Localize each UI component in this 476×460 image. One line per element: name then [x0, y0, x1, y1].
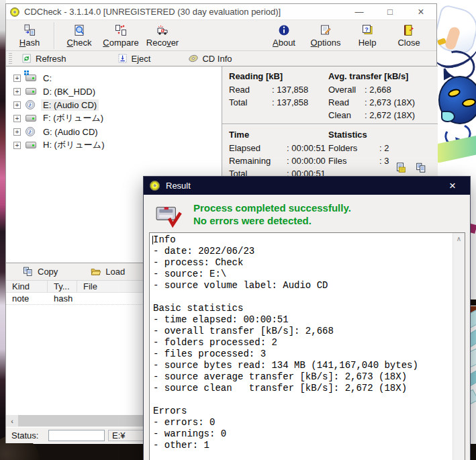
report-line: - process: Check [153, 257, 452, 269]
result-message-line1: Process completed successfully. [193, 201, 351, 214]
report-line: Errors [153, 406, 452, 417]
dialog-close-icon[interactable]: × [441, 177, 464, 195]
result-report-area[interactable]: Info- date: 2022/06/23- process: Check- … [149, 232, 465, 460]
window-title: CDCheck - 3.1.14.0 [UNREGISTERED (30 day… [24, 7, 281, 17]
save-report-button[interactable] [395, 162, 407, 176]
cat-eye-icon [461, 97, 476, 108]
svg-text:?: ? [365, 26, 369, 32]
tree-item-drive-h[interactable]: + H: (ボリューム) [6, 138, 222, 152]
expand-icon[interactable]: + [13, 128, 21, 136]
copy-icon [415, 162, 427, 174]
recover-button-label: Recover [146, 38, 179, 48]
check-button[interactable]: Check [58, 21, 100, 50]
maximize-button[interactable]: □ [375, 4, 406, 19]
report-line [153, 394, 452, 406]
tree-item-drive-d[interactable]: + D: (BK_HDD) [6, 85, 222, 98]
result-report-text: Info- date: 2022/06/23- process: Check- … [153, 234, 452, 451]
time-heading: Time [229, 128, 326, 142]
report-line: - source: E:\ [153, 269, 452, 280]
transfer-heading: Avg. transfer [kB/s] [328, 69, 415, 83]
result-dialog-title: Result [166, 181, 191, 191]
close-button-label: Close [397, 38, 420, 48]
wallpaper-cat-mascot [438, 76, 476, 124]
column-header-kind[interactable]: Kind [6, 281, 48, 292]
about-button[interactable]: About [263, 21, 305, 50]
tree-item-drive-g[interactable]: + ♪ G: (Audio CD) [6, 125, 222, 138]
cd-info-button[interactable]: CD Info [183, 52, 237, 65]
report-line: - warnings: 0 [153, 428, 452, 440]
compare-button-label: Compare [103, 38, 138, 48]
scroll-up-icon[interactable]: ∧ [453, 233, 465, 244]
expand-icon[interactable]: + [13, 101, 21, 109]
expand-icon[interactable]: + [13, 142, 21, 149]
report-line: - files processed: 3 [153, 349, 452, 360]
stat-label: Folders [328, 143, 379, 153]
cat-eye-icon [447, 87, 461, 98]
recover-button[interactable]: Recover [142, 21, 183, 50]
stat-value: 3 [379, 156, 389, 166]
copy-icon [22, 266, 34, 277]
stat-label: Elapsed [229, 143, 287, 153]
expand-icon[interactable]: + [13, 75, 21, 82]
stat-value: 00:00:51 [287, 143, 326, 153]
report-line: Basic statistics [153, 303, 452, 314]
toolbar-separator [54, 22, 55, 49]
about-button-label: About [273, 38, 295, 48]
check-icon [73, 24, 86, 37]
copy-button[interactable]: Copy [15, 264, 64, 280]
refresh-button[interactable]: Refresh [16, 52, 72, 65]
hash-icon [23, 24, 36, 37]
stats-section-reading: Reading [kB] Read137,858 Total137,858 Av… [222, 66, 438, 124]
cd-info-icon [188, 53, 199, 64]
result-message-line2: No errors were detected. [193, 214, 351, 227]
report-line: - other: 1 [153, 440, 452, 451]
report-line: - source clean transfer [kB/s]: 2,672 (1… [153, 383, 452, 394]
options-button[interactable]: Options [305, 21, 346, 50]
report-line: - date: 2022/06/23 [153, 246, 452, 257]
cd-info-button-label: CD Info [202, 54, 232, 64]
toolbar-grip[interactable] [9, 53, 12, 64]
expand-icon[interactable]: + [13, 115, 21, 122]
compare-button[interactable]: Compare [100, 21, 142, 50]
report-line: Info [153, 234, 452, 246]
tree-item-drive-e[interactable]: + ♪ E: (Audio CD) [6, 98, 222, 111]
load-button[interactable]: Load [83, 264, 132, 280]
about-icon [277, 24, 291, 37]
report-line: - source volume label: Audio CD [153, 280, 452, 291]
tree-item-drive-c[interactable]: + C: [6, 71, 222, 85]
expand-icon[interactable]: + [13, 88, 21, 95]
help-button[interactable]: ? Help [346, 21, 388, 50]
minimize-button[interactable]: — [344, 4, 375, 19]
scroll-left-icon[interactable]: ‹ [6, 415, 18, 426]
copy-report-button[interactable] [415, 162, 427, 176]
help-icon: ? [361, 24, 374, 37]
hash-button[interactable]: Hash [9, 21, 50, 50]
stat-label: Total [229, 97, 272, 107]
close-button[interactable]: Close [388, 21, 430, 50]
save-report-icon [395, 162, 407, 174]
close-window-button[interactable]: × [406, 4, 436, 19]
result-dialog-titlebar[interactable]: Result × [144, 177, 470, 195]
cat-mouth [441, 111, 455, 122]
stat-value: 2,668 [365, 85, 391, 95]
close-door-icon [402, 24, 416, 37]
vertical-scrollbar[interactable]: ∧ [453, 233, 465, 460]
stat-value: 137,858 [272, 85, 308, 95]
stat-value: 2 [379, 143, 389, 153]
reading-heading: Reading [kB] [229, 69, 308, 83]
app-cd-icon [10, 7, 19, 17]
report-line: - time elapsed: 00:00:51 [153, 314, 452, 326]
column-header-type[interactable]: Ty... [48, 281, 77, 292]
stat-label: Remaining [229, 156, 287, 166]
refresh-button-label: Refresh [36, 54, 66, 64]
result-dialog: Result × Process completed successfully.… [143, 176, 471, 460]
cell-type: hash [48, 293, 77, 304]
dialog-cd-icon [150, 181, 160, 191]
window-titlebar[interactable]: CDCheck - 3.1.14.0 [UNREGISTERED (30 day… [6, 4, 436, 19]
status-label: Status: [11, 430, 48, 441]
tree-item-drive-f[interactable]: + F: (ボリューム) [6, 111, 222, 125]
hash-button-label: Hash [19, 38, 40, 48]
stat-label: Files [328, 156, 379, 166]
eject-button[interactable]: Eject [112, 52, 156, 65]
stat-label: Read [229, 85, 272, 95]
